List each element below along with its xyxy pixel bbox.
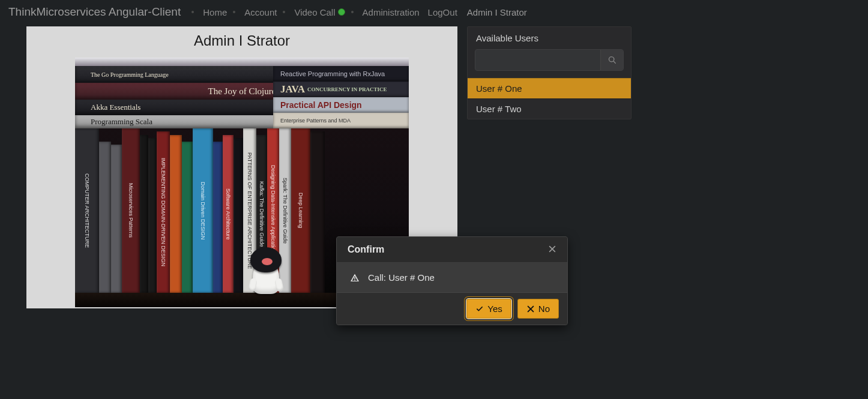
book-spine: Deep Learning	[291, 128, 310, 293]
user-list-item[interactable]: User # Two	[468, 98, 631, 119]
nav-separator-icon	[233, 11, 235, 13]
nav-current-user: Admin I Strator	[467, 7, 527, 17]
close-icon[interactable]	[548, 244, 556, 255]
nav-video-call[interactable]: Video Call	[292, 7, 347, 17]
book-spine	[111, 145, 122, 293]
book-spine	[234, 138, 243, 293]
nav-logout[interactable]: LogOut	[426, 7, 460, 17]
search-icon	[608, 56, 616, 64]
book-spine: Domain Driven DESIGN	[193, 128, 213, 293]
available-users-header: Available Users	[468, 27, 631, 49]
user-search-input[interactable]	[475, 50, 600, 70]
book-spine	[140, 135, 148, 293]
book-spine	[310, 131, 325, 293]
book-spine-label: JAVA	[280, 83, 305, 95]
book-spine	[148, 138, 157, 293]
confirm-dialog: Confirm Call: User # One Yes No	[336, 236, 568, 325]
user-search-button[interactable]	[600, 50, 623, 70]
brand[interactable]: ThinkMicroservices Angular-Client	[8, 5, 181, 19]
book-spine: Microservices Patterns	[122, 128, 140, 293]
confirm-dialog-header: Confirm	[337, 237, 567, 263]
confirm-no-button[interactable]: No	[517, 299, 559, 319]
close-icon	[526, 305, 535, 313]
available-users-panel: Available Users User # OneUser # Two	[467, 26, 631, 119]
nav-separator-icon	[191, 11, 194, 13]
book-spine: Software Architecture	[223, 135, 234, 293]
user-list-item[interactable]: User # One	[468, 78, 631, 98]
video-title: Admin I Strator	[194, 32, 290, 49]
book-spine: JAVA CONCURRENCY IN PRACTICE	[273, 82, 409, 97]
confirm-no-label: No	[538, 304, 550, 314]
check-icon	[475, 305, 484, 313]
book-spine	[170, 135, 182, 293]
mascot-figurine	[249, 247, 283, 294]
nav-separator-icon	[283, 11, 285, 13]
confirm-dialog-title: Confirm	[348, 244, 384, 255]
confirm-dialog-message: Call: User # One	[368, 272, 435, 283]
confirm-yes-button[interactable]: Yes	[466, 299, 511, 319]
book-spine: IMPLEMENTING DOMAIN-DRIVEN DESIGN	[157, 131, 170, 293]
user-search	[475, 49, 624, 71]
nav-home[interactable]: Home	[200, 7, 229, 17]
confirm-dialog-body: Call: User # One	[337, 263, 567, 293]
navbar: ThinkMicroservices Angular-Client Home A…	[0, 0, 868, 24]
book-spine	[182, 142, 193, 293]
warning-icon	[350, 273, 360, 283]
book-spine-label: CONCURRENCY IN PRACTICE	[307, 86, 387, 92]
book-spine	[213, 142, 223, 293]
confirm-dialog-footer: Yes No	[337, 293, 567, 325]
book-spine	[99, 142, 111, 293]
book-spine: COMPUTER ARCHITECTURE	[75, 128, 99, 293]
book-spine: Reactive Programming with RxJava	[273, 66, 409, 82]
nav-video-call-label: Video Call	[294, 7, 335, 17]
book-spine: Enterprise Patterns and MDA	[273, 113, 409, 128]
nav-administration[interactable]: Administration	[360, 7, 422, 17]
book-spine: Practical API Design	[273, 97, 409, 113]
nav-account[interactable]: Account	[242, 7, 279, 17]
nav-separator-icon	[351, 11, 354, 13]
confirm-yes-label: Yes	[487, 304, 502, 314]
presence-online-icon	[338, 8, 345, 16]
